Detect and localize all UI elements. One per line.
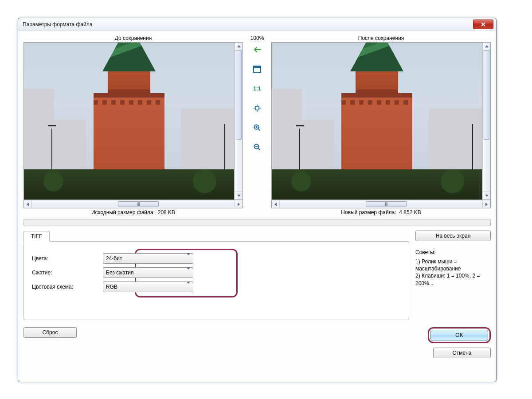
after-preview-frame bbox=[271, 42, 491, 200]
tip-2: 2) Клавиши: 1 = 100%, 2 = 200%... bbox=[415, 272, 491, 286]
scroll-left-icon[interactable] bbox=[24, 200, 31, 208]
close-button[interactable] bbox=[473, 20, 493, 29]
new-size: Новый размер файла: 4 852 KB bbox=[271, 209, 491, 215]
color-scheme-dropdown[interactable]: RGB bbox=[103, 282, 193, 292]
scroll-up-icon[interactable] bbox=[235, 43, 243, 51]
after-label: После сохранения bbox=[271, 35, 491, 41]
fullscreen-button[interactable]: На весь экран bbox=[415, 231, 491, 241]
close-icon bbox=[481, 22, 485, 27]
arrow-left-icon[interactable] bbox=[251, 44, 263, 55]
scroll-thumb[interactable] bbox=[366, 201, 407, 207]
after-preview[interactable] bbox=[272, 43, 482, 200]
zoom-percent: 100% bbox=[243, 35, 271, 41]
before-preview[interactable] bbox=[24, 43, 235, 200]
cancel-button[interactable]: Отмена bbox=[433, 348, 491, 358]
titlebar[interactable]: Параметры формата файла bbox=[18, 18, 496, 31]
tab-panel: Цвета: 24-бит Сжатие: Без сжатия bbox=[23, 241, 409, 320]
fit-window-icon[interactable] bbox=[251, 63, 263, 75]
after-h-scrollbar[interactable] bbox=[271, 200, 491, 208]
progress-bar bbox=[23, 219, 491, 226]
after-v-scrollbar[interactable] bbox=[482, 43, 490, 200]
scroll-thumb[interactable] bbox=[118, 201, 159, 207]
ok-button[interactable]: OK bbox=[430, 330, 488, 340]
scroll-left-icon[interactable] bbox=[272, 200, 279, 208]
svg-rect-2 bbox=[255, 106, 259, 110]
scroll-up-icon[interactable] bbox=[483, 43, 490, 51]
scroll-down-icon[interactable] bbox=[235, 192, 243, 200]
reset-button[interactable]: Сброс bbox=[23, 327, 77, 338]
scroll-right-icon[interactable] bbox=[235, 200, 243, 208]
scroll-thumb[interactable] bbox=[236, 50, 242, 140]
before-preview-frame bbox=[23, 42, 243, 200]
before-v-scrollbar[interactable] bbox=[235, 43, 243, 200]
label-color-scheme: Цветовая схема: bbox=[32, 284, 103, 290]
before-label: До сохранения bbox=[23, 35, 243, 41]
scroll-right-icon[interactable] bbox=[483, 200, 490, 208]
label-colors: Цвета: bbox=[32, 255, 103, 262]
window-title: Параметры формата файла bbox=[23, 21, 473, 27]
scroll-thumb[interactable] bbox=[484, 50, 489, 140]
center-icon[interactable] bbox=[251, 102, 263, 114]
chevron-down-icon bbox=[187, 270, 190, 276]
tab-tiff[interactable]: TIFF bbox=[23, 231, 50, 242]
chevron-down-icon bbox=[187, 255, 190, 262]
original-size: Исходный размер файла: 208 KB bbox=[23, 209, 243, 215]
before-h-scrollbar[interactable] bbox=[23, 200, 243, 208]
tips-title: Советы: bbox=[415, 249, 491, 255]
tip-1: 1) Ролик мыши = масштабирование bbox=[415, 258, 491, 272]
dialog-window: Параметры формата файла До сохранения bbox=[18, 18, 497, 382]
zoom-out-icon[interactable] bbox=[251, 141, 263, 153]
colors-dropdown[interactable]: 24-бит bbox=[103, 253, 193, 264]
guide-highlight-ok: OK bbox=[428, 327, 491, 343]
label-compression: Сжатие: bbox=[32, 270, 103, 276]
ratio-1to1-icon[interactable]: 1:1 bbox=[251, 83, 263, 94]
chevron-down-icon bbox=[187, 284, 190, 290]
svg-rect-1 bbox=[254, 66, 261, 68]
compression-dropdown[interactable]: Без сжатия bbox=[103, 267, 193, 278]
zoom-in-icon[interactable] bbox=[251, 122, 263, 133]
scroll-down-icon[interactable] bbox=[483, 192, 490, 200]
